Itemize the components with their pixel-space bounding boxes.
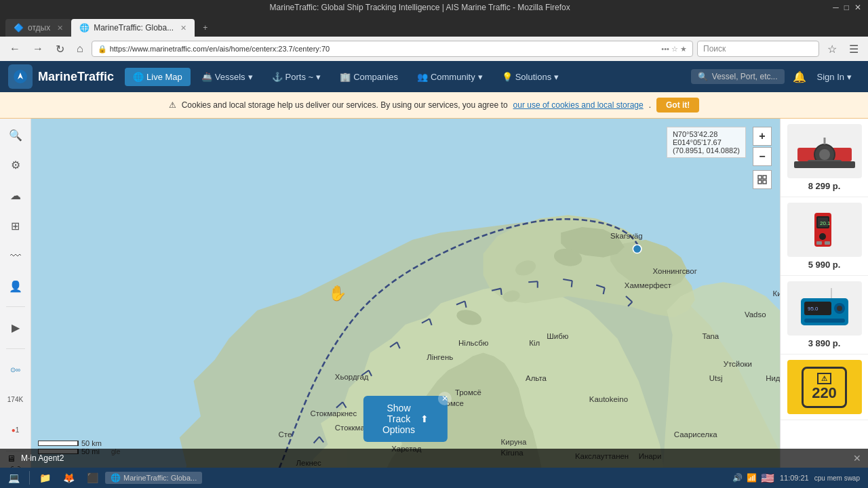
- svg-rect-67: [758, 180, 762, 184]
- tab-отдых[interactable]: 🔷 отдых ✕: [5, 19, 71, 37]
- taskbar-clock: 🔊 📶 🇺🇸 11:09:21 cpu mem swap: [727, 472, 865, 485]
- bottom-notification-bar: 🖥 M·in Agent2 ✕: [0, 449, 868, 468]
- svg-text:Хоннингсвог: Хоннингсвог: [653, 267, 697, 275]
- close-btn[interactable]: ✕: [854, 3, 861, 12]
- navbar-brand[interactable]: MarineTraffic: [8, 64, 114, 89]
- svg-text:Tana: Tana: [702, 332, 719, 340]
- coords-display: N70°53'42.28 E014°05'17.67 (70.8951, 014…: [667, 127, 746, 158]
- svg-text:Skarsväg: Skarsväg: [610, 232, 643, 240]
- coord-lat: N70°53'42.28: [673, 130, 740, 138]
- community-label: Community: [431, 72, 475, 82]
- companies-label: Companies: [353, 72, 398, 82]
- bottom-bar-text: M·in Agent2: [21, 453, 64, 463]
- svg-rect-73: [794, 161, 855, 168]
- tab-marinetraffic[interactable]: 🌐 MarineTraffic: Globa... ✕: [71, 19, 195, 37]
- maximize-btn[interactable]: □: [844, 3, 849, 12]
- address-bar[interactable]: 🔒 https://www.marinetraffic.com/en/ais/h…: [92, 41, 693, 57]
- ad-item-3[interactable]: 95.0 3 890 р.: [781, 276, 868, 354]
- svg-text:Стокмаркнес: Стокмаркнес: [310, 409, 357, 418]
- svg-text:Utsj: Utsj: [709, 374, 723, 382]
- svg-text:Лінгень: Лінгень: [427, 353, 453, 361]
- tab-close-1[interactable]: ✕: [57, 24, 63, 33]
- taskbar: 💻 📁 🦊 ⬛ 🌐 MarineTraffic: Globa... 🔊 📶 🇺🇸…: [0, 468, 868, 488]
- sidebar-live-badge[interactable]: ⊙∞: [5, 360, 26, 380]
- back-btn[interactable]: ←: [5, 41, 24, 56]
- bookmarks-btn[interactable]: ☆: [823, 41, 841, 57]
- ad-img-4: ⚠ 220: [787, 360, 862, 414]
- zoom-out-btn[interactable]: −: [753, 147, 772, 166]
- taskbar-terminal-icon: ⬛: [87, 472, 98, 483]
- signin-btn[interactable]: Sign In ▾: [809, 68, 860, 86]
- ports-dropdown-icon: ▾: [316, 72, 321, 82]
- sidebar-play-icon[interactable]: ▶: [5, 318, 26, 338]
- got-it-btn[interactable]: Got it!: [656, 98, 699, 113]
- nav-companies[interactable]: 🏢 Companies: [332, 68, 406, 86]
- taskbar-terminal[interactable]: ⬛: [81, 471, 104, 485]
- sidebar-search-icon[interactable]: 🔍: [5, 125, 26, 145]
- nav-community[interactable]: 👥 Community ▾: [409, 68, 491, 86]
- nav-ports[interactable]: ⚓ Ports ~ ▾: [264, 68, 330, 86]
- cookie-warning-icon: ⚠: [169, 100, 176, 110]
- bottom-bar-close-btn[interactable]: ✕: [853, 453, 861, 464]
- svg-text:Vadso: Vadso: [745, 310, 766, 319]
- sidebar-users-icon[interactable]: 👤: [5, 277, 26, 296]
- ad-item-1[interactable]: 8 299 р.: [781, 119, 868, 197]
- sidebar-layers-icon[interactable]: ⊞: [5, 216, 26, 236]
- solutions-icon: 💡: [502, 72, 513, 82]
- svg-text:Кирке: Кирке: [773, 289, 780, 298]
- taskbar-files[interactable]: 📁: [34, 471, 56, 485]
- map-type-btn[interactable]: [753, 170, 772, 189]
- sidebar-count-1[interactable]: ● 1: [5, 420, 26, 440]
- window-title: MarineTraffic: Global Ship Tracking Inte…: [7, 3, 833, 12]
- taskbar-firefox-icon: 🦊: [63, 472, 75, 483]
- cookie-link[interactable]: our use of cookies and local storage: [513, 100, 644, 110]
- taskbar-files-icon: 📁: [39, 472, 51, 483]
- system-tray: 🔊 📶 🇺🇸: [732, 472, 774, 485]
- sidebar-count-174k[interactable]: 174K: [5, 390, 26, 409]
- svg-text:Утсйоки: Утсйоки: [724, 360, 752, 368]
- browser-search[interactable]: Поиск: [697, 41, 819, 57]
- clock-time: 11:09:21: [780, 474, 809, 482]
- tab-label-2: MarineTraffic: Globa...: [94, 23, 174, 33]
- nav-search[interactable]: 🔍 Vessel, Port, etc...: [691, 69, 785, 84]
- nav-solutions[interactable]: 💡 Solutions ▾: [494, 68, 567, 86]
- brand-logo: [8, 64, 33, 89]
- menu-btn[interactable]: ☰: [845, 41, 863, 57]
- home-btn[interactable]: ⌂: [73, 41, 87, 56]
- lock-icon: 🔒: [98, 45, 107, 54]
- sidebar-weather-icon[interactable]: ☁: [5, 186, 26, 205]
- taskbar-firefox[interactable]: 🦊: [58, 471, 80, 485]
- svg-text:Сте: Сте: [279, 430, 292, 439]
- forward-btn[interactable]: →: [28, 41, 47, 56]
- svg-text:Хьордгад: Хьордгад: [335, 373, 369, 381]
- zoom-in-btn[interactable]: +: [753, 127, 772, 146]
- nav-search-placeholder: Vessel, Port, etc...: [712, 72, 778, 81]
- sidebar-waves-icon[interactable]: 〰: [5, 246, 26, 266]
- svg-rect-66: [763, 176, 766, 179]
- sidebar-filter-icon[interactable]: ⚙: [5, 156, 26, 176]
- companies-icon: 🏢: [340, 72, 351, 82]
- taskbar-marinetraffic[interactable]: 🌐 MarineTraffic: Globa...: [105, 472, 202, 484]
- svg-rect-81: [825, 241, 830, 245]
- taskbar-start[interactable]: 💻: [3, 471, 25, 485]
- community-dropdown-icon: ▾: [478, 72, 483, 82]
- cursor-indicator: ✋: [328, 285, 347, 302]
- window-controls[interactable]: ─ □ ✕: [833, 3, 861, 12]
- new-tab-btn[interactable]: +: [195, 19, 214, 37]
- ad-item-4[interactable]: ⚠ 220: [781, 354, 868, 420]
- minimize-btn[interactable]: ─: [833, 3, 839, 12]
- notifications-icon[interactable]: 🔔: [793, 70, 806, 83]
- show-track-options-btn[interactable]: Show Track Options ⬆ ✕: [363, 396, 448, 442]
- reload-btn[interactable]: ↻: [52, 41, 68, 57]
- vessels-icon: 🚢: [201, 72, 212, 82]
- tab-close-2[interactable]: ✕: [180, 24, 186, 33]
- tab-favicon: 🔷: [14, 23, 24, 33]
- tray-icon-1: 🔊: [732, 473, 743, 483]
- vessels-dropdown-icon: ▾: [248, 72, 253, 82]
- nav-live-map[interactable]: 🌐 Live Map: [125, 68, 191, 86]
- ad-item-2[interactable]: 20.1 5 990 р.: [781, 197, 868, 276]
- map-container[interactable]: Skarsväg Хаммерфест Хоннингсвог Тромсё Т…: [31, 119, 780, 488]
- svg-point-32: [633, 245, 641, 253]
- flag-icon: 🇺🇸: [761, 472, 774, 485]
- nav-vessels[interactable]: 🚢 Vessels ▾: [193, 68, 261, 86]
